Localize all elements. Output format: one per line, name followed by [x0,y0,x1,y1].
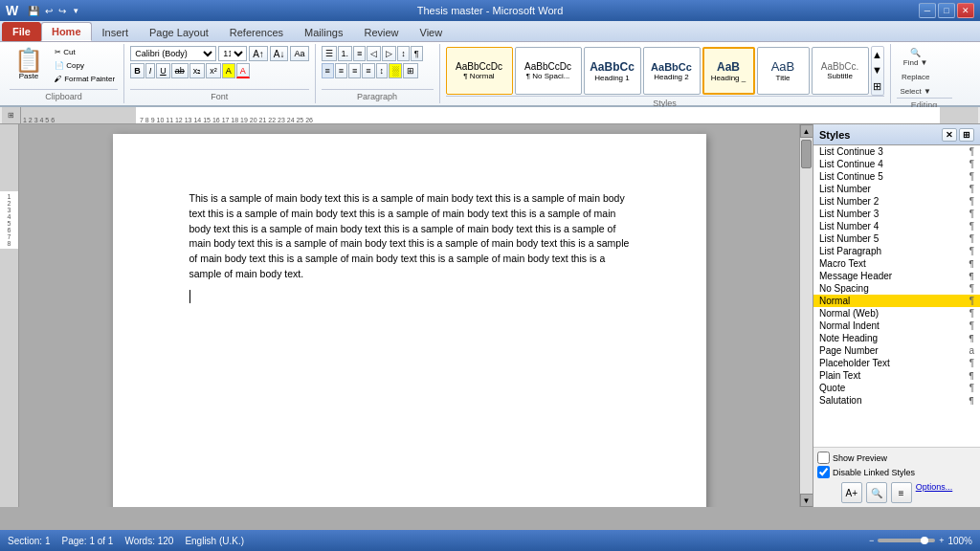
style-heading-special[interactable]: AaB Heading _ [702,47,755,95]
show-hide-button[interactable]: ¶ [411,46,423,61]
style-item-plain-text[interactable]: Plain Text ¶̈ [813,369,980,382]
save-qa-btn[interactable]: 💾 [26,5,41,17]
text-highlight-button[interactable]: A [222,63,235,78]
tab-review[interactable]: Review [353,23,409,41]
borders-button[interactable]: ⊞ [403,63,418,78]
style-heading2[interactable]: AaBbCc Heading 2 [643,47,701,95]
style-item-list-number[interactable]: List Number ¶ [813,183,980,195]
zoom-slider[interactable] [878,539,935,542]
tab-references[interactable]: References [219,23,294,41]
style-item-no-spacing[interactable]: No Spacing ¶ [813,282,980,295]
style-item-note-heading[interactable]: Note Heading ¶̈ [813,332,980,344]
italic-button[interactable]: I [145,63,156,78]
paste-button[interactable]: 📋 Paste [10,46,48,83]
style-item-list-number-4[interactable]: List Number 4 ¶ [813,220,980,232]
show-preview-checkbox[interactable] [817,452,830,464]
ruler-corner[interactable]: ⊞ [2,107,21,123]
styles-panel-expand[interactable]: ✕ [942,128,957,142]
clear-format-button[interactable]: Aa [290,46,308,61]
tab-view[interactable]: View [410,23,454,41]
tab-mailings[interactable]: Mailings [294,23,353,41]
increase-indent-button[interactable]: ▷ [382,46,396,61]
font-size-select[interactable]: 11 [218,46,247,61]
underline-button[interactable]: U [156,63,170,78]
copy-button[interactable]: 📄 Copy [52,59,118,72]
align-right-button[interactable]: ≡ [348,63,361,78]
zoom-in-button[interactable]: + [939,536,944,545]
style-item-normal[interactable]: Normal ¶ [813,295,980,307]
justify-button[interactable]: ≡ [362,63,374,78]
style-subtitle[interactable]: AaBbCc. Subtitle [812,47,869,95]
minimize-button[interactable]: ─ [919,3,936,18]
new-style-button[interactable]: A+ [841,482,862,503]
style-item-placeholder-text[interactable]: Placeholder Text ¶ [813,357,980,369]
zoom-level[interactable]: 100% [947,536,972,546]
styles-list[interactable]: List Continue 3 ¶ List Continue 4 ¶ List… [813,145,980,447]
body-text[interactable]: This is a sample of main body text this … [189,191,630,282]
style-no-spacing[interactable]: AaBbCcDc ¶ No Spaci... [515,47,582,95]
style-heading1[interactable]: AaBbCc Heading 1 [584,47,641,95]
style-title[interactable]: AaB Title [757,47,810,95]
cut-button[interactable]: ✂ Cut [52,46,118,58]
style-item-quote[interactable]: Quote ¶ [813,382,980,394]
style-normal[interactable]: AaBbCcDc ¶ Normal [446,47,513,95]
select-button[interactable]: Select ▼ [897,85,935,98]
scroll-down-button[interactable]: ▼ [800,494,813,507]
shading-button[interactable]: ░ [389,63,402,78]
strikethrough-button[interactable]: ab [171,63,189,78]
subscript-button[interactable]: x₂ [189,63,206,78]
scroll-track[interactable] [800,138,813,494]
style-item-normal-indent[interactable]: Normal Indent ¶ [813,320,980,332]
style-item-list-paragraph[interactable]: List Paragraph ¶ [813,245,980,257]
close-button[interactable]: ✕ [957,3,974,18]
style-item-list-number-3[interactable]: List Number 3 ¶ [813,208,980,220]
style-item-list-continue-3[interactable]: List Continue 3 ¶ [813,145,980,158]
style-item-normal-web[interactable]: Normal (Web) ¶ [813,307,980,320]
options-link[interactable]: Options... [916,482,953,503]
style-item-salutation[interactable]: Salutation ¶̈ [813,394,980,407]
qa-arrow[interactable]: ▼ [70,6,81,16]
bullets-button[interactable]: ☰ [322,46,337,61]
tab-insert[interactable]: Insert [92,23,140,41]
style-item-page-number[interactable]: Page Number a [813,344,980,357]
scroll-up-button[interactable]: ▲ [800,124,813,138]
maximize-button[interactable]: □ [938,3,955,18]
manage-styles-button[interactable]: ≡ [891,482,912,503]
style-inspector-button[interactable]: 🔍 [866,482,887,503]
find-button[interactable]: 🔍 Find ▼ [897,46,935,69]
styles-scroll-arrow[interactable]: ▲ ▼ ⊞ [871,46,884,96]
styles-panel-options[interactable]: ⊞ [959,128,974,142]
zoom-out-button[interactable]: − [869,536,874,545]
redo-qa-btn[interactable]: ↪ [56,5,68,17]
tab-file[interactable]: File [2,22,41,41]
format-painter-button[interactable]: 🖌 Format Painter [52,73,118,85]
disable-linked-checkbox[interactable] [817,466,830,478]
style-item-list-continue-5[interactable]: List Continue 5 ¶ [813,170,980,183]
superscript-button[interactable]: x² [206,63,221,78]
document-page[interactable]: This is a sample of main body text this … [113,134,706,507]
sort-button[interactable]: ↕ [397,46,410,61]
shrink-font-button[interactable]: A↓ [270,46,289,61]
font-family-select[interactable]: Calibri (Body) [130,46,216,61]
scroll-thumb[interactable] [801,140,812,168]
tab-page-layout[interactable]: Page Layout [139,23,219,41]
replace-button[interactable]: Replace [897,71,935,83]
multilevel-button[interactable]: ≡ [353,46,366,61]
undo-qa-btn[interactable]: ↩ [43,5,55,17]
line-spacing-button[interactable]: ↕ [376,63,389,78]
style-item-list-continue-4[interactable]: List Continue 4 ¶ [813,158,980,170]
font-color-button[interactable]: A [236,63,250,78]
vertical-scrollbar[interactable]: ▲ ▼ [799,124,813,507]
style-item-list-number-2[interactable]: List Number 2 ¶ [813,195,980,208]
style-item-list-number-5[interactable]: List Number 5 ¶ [813,232,980,245]
tab-home[interactable]: Home [41,22,92,41]
style-item-macro-text[interactable]: Macro Text ¶̈ [813,257,980,270]
main-content[interactable]: This is a sample of main body text this … [19,124,799,507]
align-left-button[interactable]: ≡ [322,63,334,78]
style-item-message-header[interactable]: Message Header ¶̈ [813,270,980,282]
bold-button[interactable]: B [130,63,145,78]
align-center-button[interactable]: ≡ [335,63,347,78]
decrease-indent-button[interactable]: ◁ [367,46,381,61]
numbering-button[interactable]: 1. [338,46,353,61]
grow-font-button[interactable]: A↑ [249,46,268,61]
